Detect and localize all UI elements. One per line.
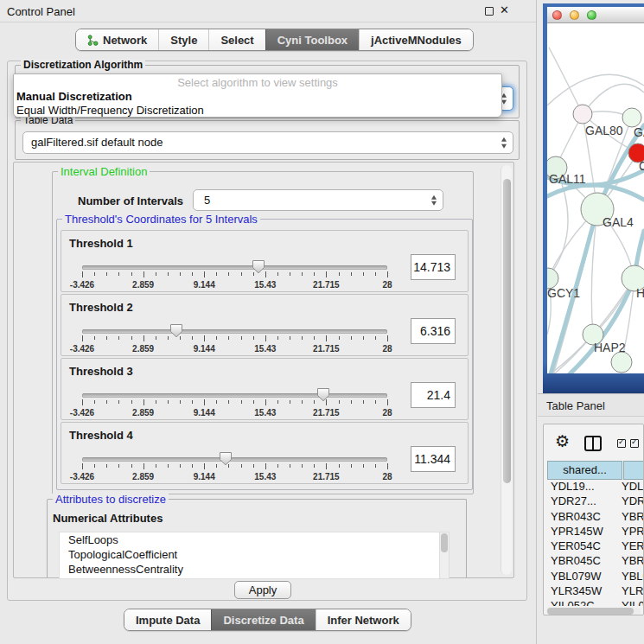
tick-mark [277, 464, 278, 468]
split-table-icon[interactable] [584, 436, 602, 451]
table-panel-title: Table Panel [546, 399, 605, 412]
algorithm-option-1[interactable]: Manual Discretization [14, 90, 501, 104]
network-graph-canvas[interactable]: GAL80GACGAL11GAL4GCY1HHAP2 [547, 23, 644, 373]
traffic-light-zoom-icon[interactable] [587, 10, 596, 20]
close-icon[interactable]: ✕ [500, 3, 509, 16]
table-row[interactable]: YDL19...YDL1 [544, 480, 643, 494]
tab-infer-network[interactable]: Infer Network [316, 609, 411, 630]
network-edge[interactable] [547, 74, 644, 105]
vertical-scrollbar[interactable] [501, 165, 512, 575]
tab-impute-data[interactable]: Impute Data [124, 609, 211, 630]
tick-mark [314, 336, 315, 340]
tick-mark [351, 272, 352, 276]
tick-mark [265, 399, 266, 405]
attributes-scrollbar[interactable] [439, 532, 450, 579]
tick-mark [192, 464, 193, 468]
tab-jactivemnodules[interactable]: jActiveMNodules [359, 29, 473, 50]
tab-cyni-toolbox[interactable]: Cyni Toolbox [265, 29, 359, 50]
threshold-coordinates-title: Threshold's Coordinates for 5 Intervals [62, 213, 260, 226]
tick-mark [351, 336, 352, 340]
cyni-toolbox-panel: Discretization Algorithm Select algorith… [7, 61, 527, 601]
traffic-light-minimize-icon[interactable] [570, 10, 579, 20]
bottom-tab-bar: Impute DataDiscretize DataInfer Network [124, 609, 411, 631]
table-row[interactable]: YBR045CYBR0 [544, 554, 643, 569]
tab-select[interactable]: Select [208, 29, 265, 50]
network-node-label: H [636, 286, 644, 300]
threshold-3-slider-track[interactable] [82, 393, 387, 398]
numerical-attributes-list[interactable]: SelfLoopsTopologicalCoefficientBetweenne… [59, 532, 449, 579]
threshold-2-slider-track[interactable] [82, 329, 387, 334]
attributes-group: Attributes to discretize Numerical Attri… [47, 499, 467, 578]
threshold-3-panel: Threshold 3-3.4262.8599.14415.4321.71528… [61, 358, 469, 420]
tick-mark [156, 400, 156, 404]
threshold-2-value-field[interactable]: 6.316 [411, 318, 456, 344]
tick-mark [228, 336, 229, 340]
horizontal-scrollbar-thumb[interactable] [547, 608, 634, 615]
table-row[interactable]: YPR145WYPR1 [544, 525, 643, 539]
cell-name: YDR2 [618, 494, 643, 507]
table-row[interactable]: YLR345WYLR3 [544, 584, 643, 599]
vertical-scrollbar-thumb[interactable] [503, 179, 511, 483]
threshold-4-label: Threshold 4 [69, 429, 133, 442]
number-of-intervals-select[interactable]: 5 [193, 189, 443, 211]
tick-mark [168, 336, 169, 340]
number-of-intervals-label: Number of Intervals [78, 194, 183, 207]
attributes-scrollbar-thumb[interactable] [441, 533, 448, 552]
traffic-light-close-icon[interactable] [552, 10, 562, 20]
threshold-3-value-field[interactable]: 21.4 [411, 382, 456, 408]
cell-shared-name: YIL052C [544, 599, 618, 606]
number-of-intervals-value: 5 [204, 190, 210, 210]
horizontal-scrollbar[interactable] [546, 608, 641, 615]
algorithm-dropdown-popup: Select algorithm to view settings Manual… [13, 73, 502, 118]
network-edge[interactable] [549, 48, 583, 114]
tick-label: -3.426 [70, 472, 94, 481]
network-node[interactable] [622, 108, 641, 127]
table-row[interactable]: YBR043CYBR0 [544, 510, 643, 525]
threshold-4-slider-thumb[interactable] [219, 451, 233, 466]
tick-label: -3.426 [70, 408, 94, 418]
threshold-1-slider-track[interactable] [82, 265, 387, 270]
control-panel-window: Control Panel ✕ NetworkStyleSelectCyni T… [0, 0, 537, 644]
tick-label: 28 [382, 472, 392, 481]
tick-mark [143, 463, 144, 469]
threshold-4-slider-track[interactable] [82, 457, 387, 462]
table-row[interactable]: YER054CYER0 [544, 539, 643, 554]
network-node[interactable] [573, 105, 592, 124]
tab-label: Cyni Toolbox [277, 34, 348, 47]
threshold-3-slider-thumb[interactable] [316, 387, 330, 402]
cell-name: YBR0 [618, 554, 643, 567]
checkbox-icon-2[interactable] [630, 439, 639, 448]
tick-label: 15.43 [254, 344, 276, 354]
checkbox-icon-1[interactable] [617, 439, 626, 448]
table-data-select[interactable]: galFiltered.sif default node [22, 131, 513, 154]
column-header-1[interactable]: shared... [547, 461, 622, 480]
table-row[interactable]: YDR27...YDR2 [544, 494, 643, 509]
column-header-2[interactable]: na [623, 461, 644, 480]
threshold-2-slider-thumb[interactable] [169, 323, 183, 338]
tab-style[interactable]: Style [158, 29, 208, 50]
tab-network[interactable]: Network [76, 29, 158, 50]
tick-mark [106, 336, 107, 340]
table-row[interactable]: YBL079WYBL0 [544, 570, 643, 584]
tick-mark [216, 400, 217, 404]
tab-discretize-data[interactable]: Discretize Data [211, 609, 315, 630]
threshold-4-value-field[interactable]: 11.344 [411, 446, 456, 472]
threshold-1-value-field[interactable]: 14.713 [411, 254, 456, 280]
tick-mark [204, 271, 205, 277]
network-node[interactable] [611, 352, 632, 373]
float-window-icon[interactable] [485, 7, 494, 16]
attribute-item[interactable]: TopologicalCoefficient [60, 547, 448, 562]
attribute-item[interactable]: SelfLoops [60, 532, 448, 547]
threshold-1-slider-thumb[interactable] [252, 259, 265, 274]
attribute-item[interactable]: BetweennessCentrality [60, 562, 448, 577]
tick-mark [290, 400, 290, 404]
network-node-label: C [639, 159, 644, 173]
gear-icon[interactable]: ⚙ [555, 433, 570, 450]
table-row[interactable]: YIL052CYIL0 [544, 599, 643, 606]
apply-button[interactable]: Apply [234, 581, 291, 599]
tick-mark [204, 399, 205, 405]
cell-shared-name: YLR345W [544, 584, 618, 597]
tick-label: 21.715 [313, 408, 340, 418]
tick-mark [168, 272, 169, 276]
algorithm-option-2[interactable]: Equal Width/Frequency Discretization [14, 104, 501, 118]
